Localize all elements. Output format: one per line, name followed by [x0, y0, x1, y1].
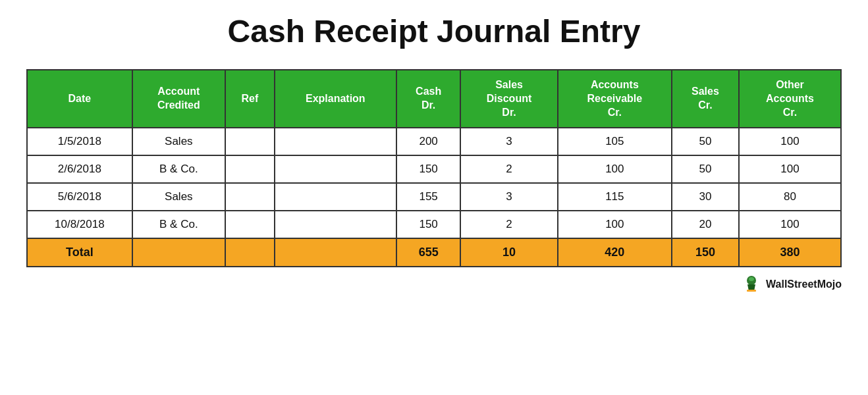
cell-sales_discount_dr: 3 — [460, 183, 557, 211]
cell-other_accounts_cr: 80 — [739, 183, 841, 211]
cell-cash_dr: 150 — [396, 155, 460, 183]
col-header-accounts-receivable-cr: AccountsReceivableCr. — [558, 70, 672, 128]
cell-date: 2/6/2018 — [27, 155, 132, 183]
cell-explanation — [275, 211, 396, 238]
cell-accounts_receivable_cr: 105 — [558, 128, 672, 155]
cell-sales_discount_dr: 3 — [460, 128, 557, 155]
cell-sales_discount_dr: 2 — [460, 155, 557, 183]
total-sales_discount_dr: 10 — [460, 238, 557, 267]
cell-accounts_receivable_cr: 100 — [558, 211, 672, 238]
total-row: Total65510420150380 — [27, 238, 841, 267]
watermark-text: WallStreetMojo — [766, 278, 842, 290]
cell-explanation — [275, 128, 396, 155]
cell-accounts_receivable_cr: 115 — [558, 183, 672, 211]
total-empty-cell — [275, 238, 396, 267]
col-header-account-credited: AccountCredited — [132, 70, 225, 128]
cell-other_accounts_cr: 100 — [739, 211, 841, 238]
table-header-row: Date AccountCredited Ref Explanation Cas… — [27, 70, 841, 128]
cell-sales_cr: 50 — [672, 155, 739, 183]
cell-date: 5/6/2018 — [27, 183, 132, 211]
cell-account_credited: B & Co. — [132, 211, 225, 238]
cell-date: 10/8/2018 — [27, 211, 132, 238]
total-sales_cr: 150 — [672, 238, 739, 267]
table-wrapper: Date AccountCredited Ref Explanation Cas… — [26, 69, 842, 267]
page-title: Cash Receipt Journal Entry — [228, 13, 641, 49]
total-cash_dr: 655 — [396, 238, 460, 267]
cell-sales_cr: 30 — [672, 183, 739, 211]
journal-table: Date AccountCredited Ref Explanation Cas… — [26, 69, 842, 267]
cell-cash_dr: 155 — [396, 183, 460, 211]
svg-point-3 — [749, 277, 754, 281]
cell-sales_cr: 50 — [672, 128, 739, 155]
cell-other_accounts_cr: 100 — [739, 155, 841, 183]
col-header-ref: Ref — [225, 70, 275, 128]
total-empty-cell — [132, 238, 225, 267]
col-header-date: Date — [27, 70, 132, 128]
table-row: 10/8/2018B & Co.150210020100 — [27, 211, 841, 238]
table-row: 1/5/2018Sales200310550100 — [27, 128, 841, 155]
cell-ref — [225, 211, 275, 238]
col-header-explanation: Explanation — [275, 70, 396, 128]
cell-cash_dr: 150 — [396, 211, 460, 238]
cell-accounts_receivable_cr: 100 — [558, 155, 672, 183]
total-other_accounts_cr: 380 — [739, 238, 841, 267]
total-accounts_receivable_cr: 420 — [558, 238, 672, 267]
cell-explanation — [275, 155, 396, 183]
table-row: 5/6/2018Sales15531153080 — [27, 183, 841, 211]
cell-sales_discount_dr: 2 — [460, 211, 557, 238]
cell-cash_dr: 200 — [396, 128, 460, 155]
cell-date: 1/5/2018 — [27, 128, 132, 155]
watermark: WallStreetMojo — [741, 274, 842, 295]
cell-other_accounts_cr: 100 — [739, 128, 841, 155]
cell-explanation — [275, 183, 396, 211]
total-empty-cell — [225, 238, 275, 267]
cell-ref — [225, 155, 275, 183]
watermark-icon — [741, 274, 762, 295]
col-header-sales-discount-dr: SalesDiscountDr. — [460, 70, 557, 128]
cell-ref — [225, 183, 275, 211]
cell-ref — [225, 128, 275, 155]
total-label: Total — [27, 238, 132, 267]
col-header-sales-cr: SalesCr. — [672, 70, 739, 128]
table-row: 2/6/2018B & Co.150210050100 — [27, 155, 841, 183]
col-header-other-accounts-cr: OtherAccountsCr. — [739, 70, 841, 128]
cell-sales_cr: 20 — [672, 211, 739, 238]
cell-account_credited: Sales — [132, 183, 225, 211]
cell-account_credited: B & Co. — [132, 155, 225, 183]
cell-account_credited: Sales — [132, 128, 225, 155]
svg-rect-4 — [747, 290, 756, 292]
col-header-cash-dr: CashDr. — [396, 70, 460, 128]
